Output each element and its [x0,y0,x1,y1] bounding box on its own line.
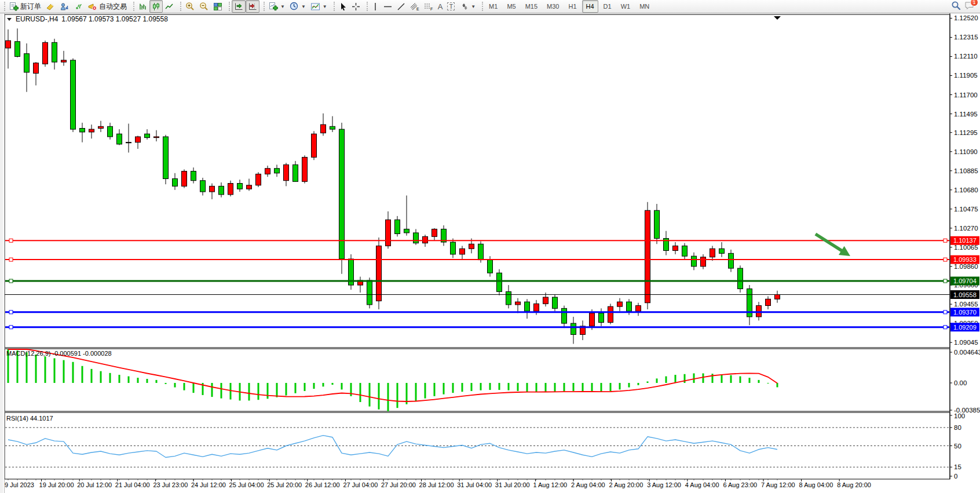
chat-button[interactable]: 1 [964,1,975,12]
strategy-tester-button[interactable] [57,0,71,13]
zoom-in-button[interactable] [183,0,197,13]
cursor-tool-button[interactable] [337,0,349,13]
toolbar-grip[interactable] [331,2,335,11]
timeframe-button-h4[interactable]: H4 [582,0,598,13]
timeframe-button-d1[interactable]: D1 [599,0,616,13]
cleanup-button[interactable] [43,0,57,13]
indicators-button[interactable]: ▼ [308,0,330,13]
line-anchor-handle[interactable] [944,258,947,261]
time-axis[interactable]: 19 Jul 202319 Jul 20:0020 Jul 12:0021 Ju… [1,479,871,488]
chart-shift-button[interactable] [246,0,259,13]
line-anchor-handle[interactable] [9,258,13,261]
rsi-tick-label: 15 [954,463,961,470]
timeframe-button-m30[interactable]: M30 [543,0,563,13]
bear-candle [738,268,743,289]
macd-histogram-bar [740,377,741,383]
trendline-icon [397,2,405,11]
new-order-label: 新订单 [20,2,41,12]
toolbar-grip[interactable] [130,2,134,11]
clock-icon [290,2,299,11]
search-icon[interactable] [951,1,961,12]
price-panel[interactable] [5,14,950,348]
trendline-tool-button[interactable] [394,0,408,13]
macd-histogram-bar [471,383,473,391]
bear-candle [682,246,688,256]
timeframe-button-w1[interactable]: W1 [617,0,635,13]
tile-windows-button[interactable] [211,0,225,13]
price-badge-value: 1.09704 [953,277,977,284]
bull-candle [284,165,289,180]
macd-histogram-bar [8,349,9,383]
candlestick-chart-button[interactable] [149,0,163,13]
cursor-icon [339,2,347,11]
bear-candle [117,134,122,144]
equidistant-channel-tool-button[interactable]: E [408,0,422,13]
timeframe-button-mn[interactable]: MN [635,0,653,13]
vertical-line-tool-button[interactable] [370,0,381,13]
new-order-button[interactable]: 新订单 [7,0,43,13]
macd-histogram-bar [184,383,185,390]
chart-canvas[interactable]: 1.125201.123151.121101.119051.117001.114… [0,13,980,493]
line-anchor-handle[interactable] [9,239,13,242]
macd-histogram-bar [767,383,769,384]
arrows-tool-button[interactable]: ▼ [457,0,478,13]
bull-candle [376,246,382,301]
crosshair-tool-button[interactable] [349,0,363,13]
macd-histogram-bar [693,373,695,383]
bar-chart-button[interactable] [136,0,149,13]
bear-candle [599,313,604,322]
periods-button[interactable]: ▼ [287,0,308,13]
line-anchor-handle[interactable] [944,326,947,329]
bear-candle [293,165,298,181]
macd-histogram-bar [258,383,259,400]
toolbar-grip[interactable] [1,2,5,11]
bull-candle [469,244,474,249]
auto-scroll-button[interactable] [232,0,246,13]
fibonacci-tool-button[interactable]: F [422,0,436,13]
line-anchor-handle[interactable] [9,326,13,329]
time-axis-label: 8 Aug 20:00 [837,481,871,488]
timeframe-button-m5[interactable]: M5 [503,0,520,13]
bull-candle [534,304,539,311]
bull-candle [701,257,706,266]
macd-histogram-bar [26,352,28,383]
line-anchor-handle[interactable] [944,239,947,242]
new-chart-button[interactable]: ▼ [266,0,287,13]
toolbar-grip[interactable] [226,2,230,11]
line-anchor-handle[interactable] [9,279,13,283]
bull-candle [265,169,270,174]
chat-unread-badge: 1 [970,0,978,6]
macd-histogram-bar [156,380,158,383]
macd-histogram-bar [462,383,463,392]
zoom-out-button[interactable] [197,0,211,13]
timeframe-button-m1[interactable]: M1 [485,0,502,13]
macd-histogram-bar [591,383,593,392]
bear-candle [275,169,280,173]
line-anchor-handle[interactable] [944,279,947,283]
chart-window: 1.125201.123151.121101.119051.117001.114… [0,13,980,493]
text-label-tool-button[interactable]: T [445,0,457,13]
autotrading-button[interactable]: 自动交易 [85,0,129,13]
toolbar-grip[interactable] [261,2,265,11]
bear-candle [395,220,400,233]
timeframe-button-m15[interactable]: M15 [521,0,542,13]
bull-candle [766,299,771,305]
line-anchor-handle[interactable] [9,311,13,314]
timeframe-button-h1[interactable]: H1 [564,0,580,13]
bull-candle [673,246,678,250]
line-chart-button[interactable] [163,0,176,13]
line-price-badge: 1.09933 [950,255,979,264]
text-tool-button[interactable]: A [436,0,445,13]
line-anchor-handle[interactable] [944,311,947,314]
toolbar-grip[interactable] [364,2,368,11]
toolbar-grip[interactable] [479,2,483,11]
macd-histogram-bar [425,383,426,399]
rsi-tick-label: 80 [954,424,961,431]
toolbar-grip[interactable] [177,2,181,11]
signals-button[interactable] [71,0,85,13]
horizontal-line-tool-button[interactable] [381,0,394,13]
bear-candle [506,291,511,305]
bull-candle [312,134,317,157]
price-tick-label: 1.09860 [954,263,978,270]
macd-histogram-bar [601,383,602,392]
